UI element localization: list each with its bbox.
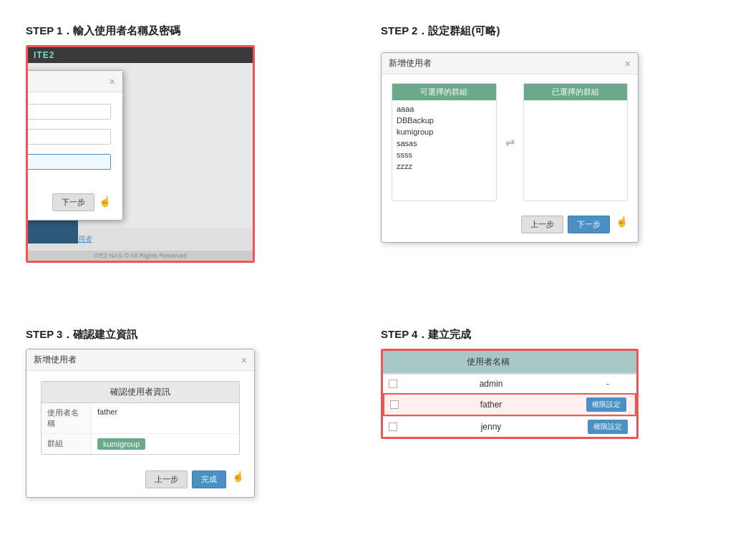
password2-row: 使用者密碼 [26,153,111,170]
step3-footer: 上一步 完成 ☝ [26,465,254,497]
step3-finish-btn[interactable]: 完成 [192,470,226,488]
step1-close-btn[interactable]: × [110,76,115,87]
confirm-group-value: kumigroup [92,434,239,454]
group-tag: kumigroup [97,438,145,450]
cursor-icon-3: ☝ [232,470,244,488]
group-item-dbbackup[interactable]: DBBackup [397,115,492,126]
selected-groups-header: 已選擇的群組 [524,84,628,100]
step1-screenshot: ITE2 ● 使用者管理 使用者管理 群組管理 配額設定 社群管理 [26,45,255,263]
group-item-kumigroup[interactable]: kumigroup [397,126,492,137]
jenny-check-cell [383,418,403,435]
confirm-group-label: 群組 [42,434,92,454]
father-name: father [404,395,578,414]
step3-label: STEP 3．確認建立資訊 [26,322,361,349]
step1-modal: 新增使用者 × 使用者名稱 使用者密碼 [26,70,123,221]
step4-label: STEP 4．建立完成 [381,322,707,349]
step2-footer: 上一步 下一步 ☝ [382,210,638,242]
th-check [388,356,409,368]
admin-action: - [579,376,636,392]
father-action-cell: 權限設定 [578,395,635,415]
confirm-username-label: 使用者名稱 [42,403,92,433]
step1-modal-body: 使用者名稱 使用者密碼 使用者密碼 [26,92,122,188]
logo: ITE2 [34,50,54,60]
th-action [567,356,631,368]
selected-groups-body [524,100,628,201]
step1-label: STEP 1．輸入使用者名稱及密碼 [26,19,361,45]
step3-modal: 新增使用者 × 確認使用者資訊 使用者名稱 father 群組 kumigrou… [26,349,255,498]
admin-check-cell [383,375,403,392]
topbar: ITE2 [28,47,253,63]
user-row-jenny: jenny 權限設定 [383,416,636,437]
admin-name: admin [403,375,579,393]
step1-next-btn[interactable]: 下一步 [52,193,94,211]
available-groups-header: 可選擇的群組 [392,84,496,100]
user-row-admin: admin - [383,374,636,393]
step1-modal-header: 新增使用者 × [26,71,122,92]
confirm-group-row: 群組 kumigroup [42,434,239,454]
password1-row: 使用者密碼 [26,127,111,145]
step4-table-container: 使用者名稱 admin - father 權限設定 [381,349,639,439]
username-input[interactable] [26,104,111,120]
group-item-ssss[interactable]: ssss [397,149,492,160]
confirm-username-row: 使用者名稱 father [42,403,239,434]
step2-label: STEP 2．設定群組(可略) [381,19,707,45]
group-item-aaaa[interactable]: aaaa [397,103,492,115]
step2-modal: 新增使用者 × 可選擇的群組 aaaa DBBackup kumigroup s… [381,52,639,243]
step3-modal-header: 新增使用者 × [26,349,254,371]
admin-checkbox[interactable] [389,380,397,388]
jenny-checkbox[interactable] [389,423,397,431]
confirm-table: 確認使用者資訊 使用者名稱 father 群組 kumigroup [41,381,240,455]
jenny-permission-btn[interactable]: 權限設定 [588,420,628,434]
password2-input[interactable] [26,154,111,170]
confirm-table-header: 確認使用者資訊 [42,382,239,403]
step3-body: 確認使用者資訊 使用者名稱 father 群組 kumigroup [26,371,254,465]
user-row-father: father 權限設定 [383,393,636,416]
step3-prev-btn[interactable]: 上一步 [145,470,188,488]
step2-modal-title: 新增使用者 [389,57,432,69]
th-name: 使用者名稱 [409,356,567,368]
confirm-username-value: father [92,403,239,433]
step2-close-btn[interactable]: × [625,58,631,69]
screenshot-footer: ITE2 NAS © All Rights Reserved [28,251,253,261]
step1-modal-footer: 下一步 ☝ [26,188,122,220]
step2-modal-header: 新增使用者 × [382,53,638,74]
step3-close-btn[interactable]: × [241,354,247,366]
father-check-cell [384,396,404,413]
available-groups-body: aaaa DBBackup kumigroup sasas ssss zzzz [392,100,496,201]
transfer-icon: ⇌ [503,83,518,201]
cursor-icon: ☝ [99,195,111,207]
father-checkbox[interactable] [390,400,399,409]
cursor-icon-2: ☝ [616,216,628,233]
selected-groups-panel: 已選擇的群組 [523,83,628,201]
user-table-header: 使用者名稱 [383,351,636,374]
available-groups-panel: 可選擇的群組 aaaa DBBackup kumigroup sasas sss… [392,83,497,201]
step2-modal-body: 可選擇的群組 aaaa DBBackup kumigroup sasas sss… [382,74,638,210]
group-item-sasas[interactable]: sasas [397,137,492,149]
step2-next-btn[interactable]: 下一步 [568,216,610,233]
step2-prev-btn[interactable]: 上一步 [521,216,563,233]
group-item-zzzz[interactable]: zzzz [397,160,492,172]
password1-input[interactable] [26,129,111,145]
groups-container: 可選擇的群組 aaaa DBBackup kumigroup sasas sss… [392,83,628,201]
username-row: 使用者名稱 [26,102,111,120]
father-permission-btn[interactable]: 權限設定 [586,397,626,412]
jenny-name: jenny [403,417,579,436]
step3-modal-title: 新增使用者 [34,354,77,366]
jenny-action-cell: 權限設定 [579,417,636,437]
